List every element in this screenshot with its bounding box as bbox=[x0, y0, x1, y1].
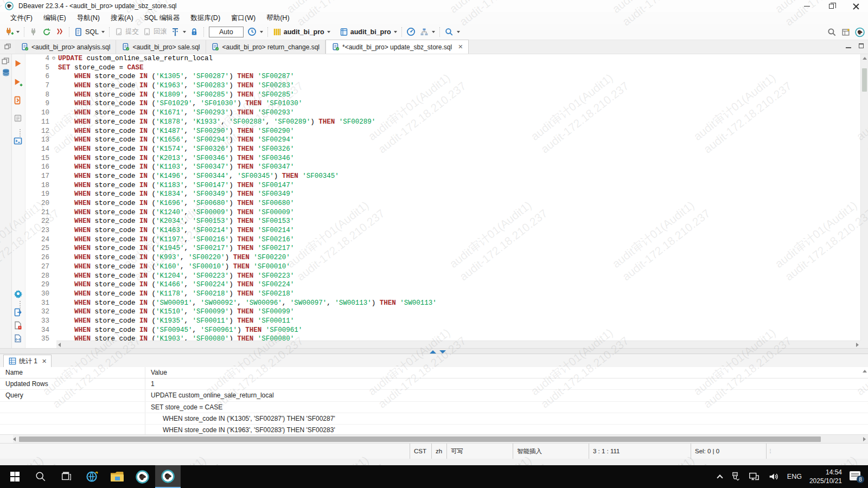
scroll-right-icon[interactable] bbox=[856, 343, 859, 347]
database-navigator-icon[interactable] bbox=[2, 68, 10, 77]
sql-console-button[interactable] bbox=[14, 137, 22, 145]
code-line[interactable]: 21 WHEN store_code IN ('K1240', 'SF00009… bbox=[25, 208, 860, 217]
editor-vertical-scrollbar[interactable] bbox=[860, 54, 868, 341]
editor-tab[interactable]: <audit_bi_pro> sale.sql bbox=[116, 40, 206, 54]
usb-tray-icon[interactable] bbox=[730, 471, 741, 482]
horizontal-scroll-thumb[interactable] bbox=[19, 436, 821, 442]
dbeaver-taskbar-button[interactable] bbox=[130, 465, 155, 488]
code-line[interactable]: 9 WHEN store_code IN ('SF01029', 'SF0103… bbox=[25, 99, 860, 108]
row-name-cell[interactable]: Query bbox=[0, 390, 145, 401]
panel-sash[interactable] bbox=[0, 348, 868, 354]
code-line[interactable]: 32 WHEN store_code IN ('K1510', 'SF00099… bbox=[25, 307, 860, 317]
database-selector[interactable]: audit_bi_pro bbox=[337, 26, 399, 38]
rollback-button[interactable]: 回滚 bbox=[141, 26, 169, 38]
file-explorer-button[interactable] bbox=[104, 465, 130, 488]
execute-new-tab-button[interactable] bbox=[14, 78, 23, 87]
code-line[interactable]: 26 WHEN store_code IN ('K993', 'SF00220'… bbox=[25, 253, 860, 262]
window-close-button[interactable] bbox=[844, 0, 868, 12]
dashboard-button[interactable] bbox=[405, 26, 418, 38]
scroll-left-icon[interactable] bbox=[58, 343, 61, 347]
status-segment[interactable]: 智能插入 bbox=[513, 444, 589, 459]
commit-button[interactable]: 提交 bbox=[112, 26, 141, 38]
code-line[interactable]: 14 WHEN store_code IN ('K1574', 'SF00326… bbox=[25, 145, 860, 154]
sash-maximize-icon[interactable] bbox=[430, 350, 436, 354]
status-segment[interactable]: zh bbox=[431, 444, 446, 459]
status-segment[interactable]: CST bbox=[410, 444, 431, 459]
row-value-cell[interactable]: WHEN store_code IN ('K1963', 'SF00283') … bbox=[145, 425, 335, 434]
row-name-cell[interactable] bbox=[0, 425, 145, 434]
grid-header-value[interactable]: Value bbox=[145, 367, 167, 378]
row-name-cell[interactable] bbox=[0, 402, 145, 413]
code-line[interactable]: 27 WHEN store_code IN ('K160', 'SF00010'… bbox=[25, 262, 860, 272]
editor-tab[interactable]: <audit_bi_pro> return_change.sql bbox=[206, 40, 326, 54]
status-segment[interactable]: 可写 bbox=[446, 444, 513, 459]
network-tray-icon[interactable] bbox=[748, 471, 760, 483]
taskbar-clock[interactable]: 14:54 2025/10/21 bbox=[809, 468, 842, 485]
table-row[interactable]: WHEN store_code IN ('K1963', 'SF00283') … bbox=[0, 425, 868, 434]
execute-statement-button[interactable] bbox=[14, 59, 22, 68]
editor-tab[interactable]: <audit_bi_pro> analysis.sql bbox=[15, 40, 116, 54]
show-hidden-icons-chevron[interactable] bbox=[717, 474, 723, 480]
window-minimize-button[interactable] bbox=[795, 0, 819, 12]
status-segment[interactable]: Sel: 0 | 0 bbox=[691, 444, 767, 459]
menu-item[interactable]: 文件(F) bbox=[5, 12, 37, 24]
maximize-editor-icon[interactable] bbox=[859, 43, 864, 48]
code-line[interactable]: 8 WHEN store_code IN ('K1809', 'SF00285'… bbox=[25, 91, 860, 100]
language-indicator[interactable]: ENG bbox=[787, 473, 802, 480]
code-line[interactable]: 12 WHEN store_code IN ('K1487', 'SF00290… bbox=[25, 127, 860, 136]
code-line[interactable]: 13 WHEN store_code IN ('K1656', 'SF00294… bbox=[25, 136, 860, 145]
code-line[interactable]: 22 WHEN store_code IN ('K2034', 'SF00153… bbox=[25, 217, 860, 226]
code-line[interactable]: 23 WHEN store_code IN ('K1463', 'SF00214… bbox=[25, 226, 860, 235]
menu-item[interactable]: SQL 编辑器 bbox=[139, 12, 185, 24]
sql-code-editor[interactable]: 4⊖UPDATE custom_online_sale_return_local… bbox=[25, 54, 868, 348]
minimize-editor-icon[interactable] bbox=[846, 43, 851, 48]
window-restore-button[interactable] bbox=[819, 0, 844, 12]
row-value-cell[interactable]: 1 bbox=[145, 378, 155, 389]
results-horizontal-scrollbar[interactable] bbox=[0, 434, 868, 443]
results-vertical-scrollbar[interactable] bbox=[861, 367, 868, 375]
statistics-tab[interactable]: 统计 1 ✕ bbox=[3, 355, 52, 367]
restored-view-icon[interactable] bbox=[2, 57, 9, 65]
code-line[interactable]: 18 WHEN store_code IN ('K1183', 'SF00147… bbox=[25, 181, 860, 190]
code-line[interactable]: 4⊖UPDATE custom_online_sale_return_local bbox=[25, 54, 860, 63]
autocommit-mode-box[interactable]: Auto bbox=[209, 27, 244, 37]
table-row[interactable]: WHEN store_code IN ('K1305', 'SF00287') … bbox=[0, 413, 868, 425]
script-output-icon[interactable] bbox=[14, 334, 22, 343]
code-viewport[interactable]: 4⊖UPDATE custom_online_sale_return_local… bbox=[25, 54, 860, 341]
volume-tray-icon[interactable] bbox=[768, 471, 780, 483]
lock-button[interactable] bbox=[188, 26, 201, 38]
menu-item[interactable]: 搜索(A) bbox=[106, 12, 138, 24]
connect-button[interactable] bbox=[27, 26, 40, 38]
vertical-scroll-thumb[interactable] bbox=[862, 68, 867, 92]
restore-panel-icon[interactable] bbox=[3, 42, 12, 52]
close-icon[interactable]: ✕ bbox=[458, 43, 463, 50]
scroll-up-icon[interactable] bbox=[863, 57, 867, 60]
scroll-right-icon[interactable] bbox=[863, 437, 866, 441]
dbeaver-perspective-icon[interactable] bbox=[855, 27, 865, 37]
code-line[interactable]: 7 WHEN store_code IN ('K1963', 'SF00283'… bbox=[25, 81, 860, 91]
sql-editor-button[interactable]: SQL bbox=[72, 26, 106, 38]
table-row[interactable]: SET store_code = CASE bbox=[0, 402, 868, 413]
grid-header-name[interactable]: Name bbox=[0, 367, 145, 378]
row-name-cell[interactable] bbox=[0, 413, 145, 424]
menu-item[interactable]: 数据库(D) bbox=[186, 12, 225, 24]
dbeaver-taskbar-button-active[interactable] bbox=[155, 465, 181, 488]
code-line[interactable]: 24 WHEN store_code IN ('K1197', 'SF00216… bbox=[25, 235, 860, 245]
execute-script-button[interactable] bbox=[14, 96, 22, 105]
code-line[interactable]: 15 WHEN store_code IN ('K2013', 'SF00346… bbox=[25, 154, 860, 163]
sash-minimize-icon[interactable] bbox=[439, 350, 446, 354]
transaction-mode-button[interactable] bbox=[246, 26, 265, 38]
save-report-icon[interactable] bbox=[14, 321, 22, 330]
code-line[interactable]: 10 WHEN store_code IN ('K1671', 'SF00293… bbox=[25, 108, 860, 118]
editor-settings-gear-icon[interactable] bbox=[14, 289, 23, 298]
menu-item[interactable]: 导航(N) bbox=[72, 12, 105, 24]
close-icon[interactable]: ✕ bbox=[42, 358, 47, 365]
quick-access-search-icon[interactable] bbox=[827, 27, 837, 37]
code-line[interactable]: 25 WHEN store_code IN ('K1945', 'SF00217… bbox=[25, 244, 860, 253]
code-line[interactable]: 20 WHEN store_code IN ('K1696', 'SF00680… bbox=[25, 199, 860, 208]
code-line[interactable]: 5SET store_code = CASE bbox=[25, 63, 860, 73]
connection-selector[interactable]: audit_bi_pro bbox=[271, 26, 332, 38]
code-line[interactable]: 11 WHEN store_code IN ('K1878', 'K1933',… bbox=[25, 118, 860, 127]
reconnect-button[interactable] bbox=[40, 26, 53, 38]
editor-tab[interactable]: *<audit_bi_pro> update_sbz_store.sql✕ bbox=[326, 40, 469, 54]
